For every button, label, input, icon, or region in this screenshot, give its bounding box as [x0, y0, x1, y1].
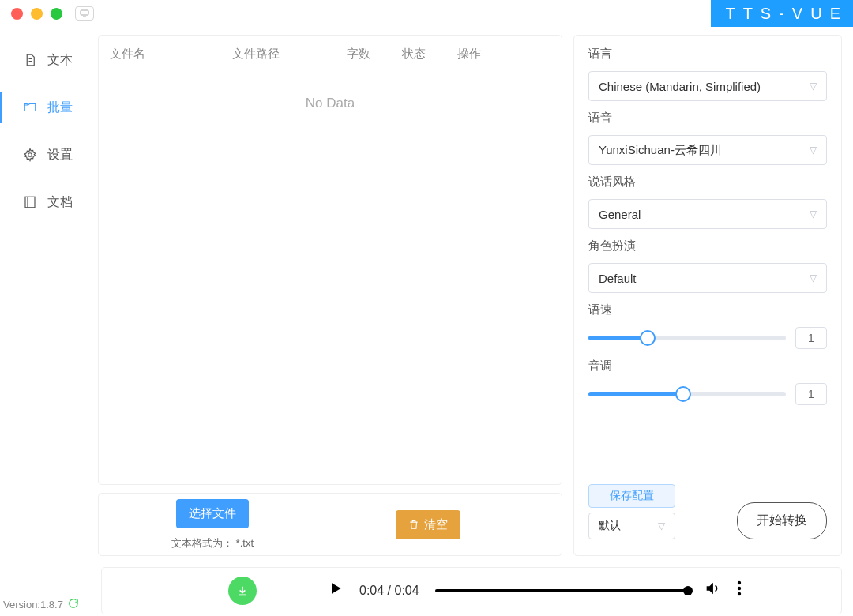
- playback-time: 0:04 / 0:04: [359, 584, 419, 598]
- version-label: Version:1.8.7: [3, 598, 79, 611]
- sidebar-item-label: 文档: [47, 194, 73, 211]
- volume-button[interactable]: [704, 580, 721, 602]
- sidebar: 文本 批量 设置 文档 Version:1.8.7: [0, 27, 98, 616]
- document-icon: [22, 52, 38, 68]
- book-icon: [22, 194, 38, 210]
- voice-select[interactable]: YunxiSichuan-云希四川 ▽: [588, 135, 827, 165]
- chevron-down-icon: ▽: [810, 81, 817, 92]
- voice-label: 语音: [588, 111, 827, 126]
- svg-rect-3: [25, 197, 35, 208]
- style-label: 说话风格: [588, 175, 827, 190]
- sidebar-item-label: 文本: [47, 52, 73, 69]
- col-words: 字数: [347, 47, 402, 62]
- sidebar-item-label: 批量: [47, 100, 73, 116]
- sidebar-item-docs[interactable]: 文档: [0, 178, 98, 226]
- save-config-button[interactable]: 保存配置: [588, 484, 675, 508]
- svg-rect-0: [81, 10, 88, 15]
- svg-point-2: [28, 153, 32, 157]
- sidebar-item-settings[interactable]: 设置: [0, 131, 98, 178]
- content: 文件名 文件路径 字数 状态 操作 No Data 选择文件 文本格式为： *.…: [98, 27, 853, 616]
- pitch-slider[interactable]: [588, 392, 786, 396]
- chevron-down-icon: ▽: [810, 145, 817, 156]
- table-header: 文件名 文件路径 字数 状态 操作: [99, 36, 562, 73]
- col-filepath: 文件路径: [232, 47, 347, 62]
- start-convert-button[interactable]: 开始转换: [737, 502, 827, 539]
- audio-player: 0:04 / 0:04: [101, 567, 842, 614]
- language-select[interactable]: Chinese (Mandarin, Simplified) ▽: [588, 71, 827, 101]
- clear-button[interactable]: 清空: [396, 510, 460, 539]
- col-actions: 操作: [457, 47, 551, 62]
- download-button[interactable]: [228, 577, 257, 605]
- speed-slider[interactable]: [588, 336, 786, 340]
- play-button[interactable]: [328, 580, 344, 601]
- more-button[interactable]: [737, 580, 742, 601]
- choose-file-button[interactable]: 选择文件: [176, 499, 249, 528]
- role-select[interactable]: Default ▽: [588, 263, 827, 293]
- file-toolbar: 选择文件 文本格式为： *.txt 清空: [98, 493, 562, 556]
- gear-icon: [22, 147, 38, 163]
- close-window-button[interactable]: [11, 8, 23, 20]
- progress-bar[interactable]: [435, 589, 688, 592]
- file-format-hint: 文本格式为： *.txt: [171, 536, 254, 550]
- chevron-down-icon: ▽: [810, 272, 817, 284]
- folder-icon: [22, 100, 38, 115]
- panel-left: 文件名 文件路径 字数 状态 操作 No Data 选择文件 文本格式为： *.…: [98, 35, 562, 616]
- preset-select[interactable]: 默认 ▽: [588, 513, 675, 539]
- trash-icon: [408, 519, 419, 530]
- col-filename: 文件名: [110, 47, 232, 62]
- role-label: 角色扮演: [588, 239, 827, 254]
- speed-value[interactable]: 1: [795, 327, 827, 349]
- minimize-window-button[interactable]: [31, 8, 43, 20]
- table-empty: No Data: [99, 73, 562, 133]
- pitch-value[interactable]: 1: [795, 383, 827, 405]
- style-select[interactable]: General ▽: [588, 199, 827, 229]
- language-label: 语言: [588, 47, 827, 62]
- config-panel: 语言 Chinese (Mandarin, Simplified) ▽ 语音 Y…: [573, 35, 842, 556]
- chevron-down-icon: ▽: [658, 520, 665, 531]
- app-title: TTS-VUE: [711, 0, 853, 27]
- sidebar-item-text[interactable]: 文本: [0, 36, 98, 84]
- svg-point-5: [737, 581, 740, 584]
- display-icon[interactable]: [75, 6, 94, 21]
- chevron-down-icon: ▽: [810, 208, 817, 220]
- sidebar-item-label: 设置: [47, 147, 73, 163]
- sidebar-item-batch[interactable]: 批量: [0, 84, 98, 131]
- svg-point-6: [737, 587, 740, 590]
- maximize-window-button[interactable]: [51, 8, 62, 20]
- speed-label: 语速: [588, 302, 827, 317]
- traffic-lights: [11, 8, 62, 20]
- file-table: 文件名 文件路径 字数 状态 操作 No Data: [98, 35, 562, 485]
- col-status: 状态: [402, 47, 457, 62]
- refresh-icon[interactable]: [68, 598, 79, 611]
- titlebar: TTS-VUE: [0, 0, 853, 27]
- download-icon: [236, 584, 249, 597]
- pitch-label: 音调: [588, 359, 827, 374]
- svg-point-7: [737, 592, 740, 595]
